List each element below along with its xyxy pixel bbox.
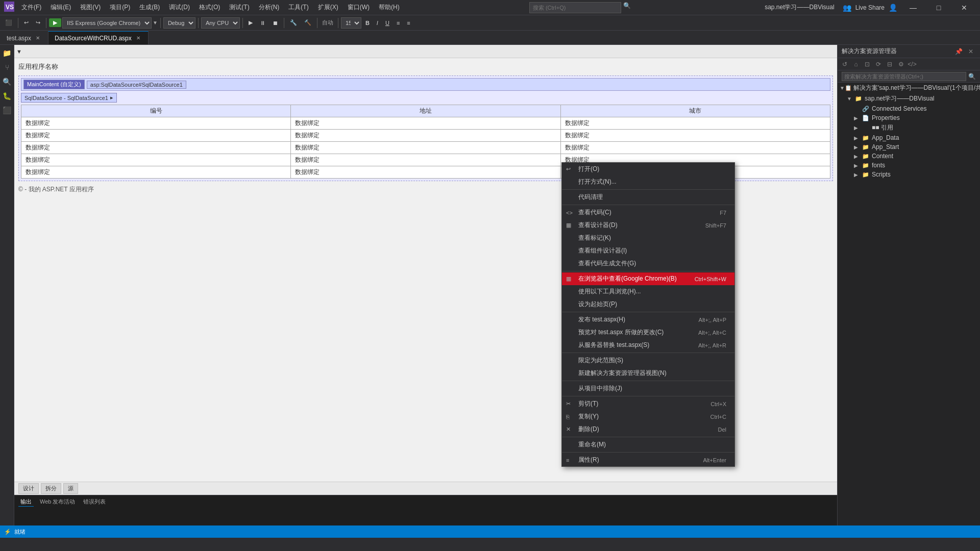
context-menu-item[interactable]: 从服务器替换 test.aspx(S) Alt+;, Alt+R [562,339,734,352]
context-menu-item[interactable]: ✕ 删除(D) Del [562,423,734,436]
search-input[interactable] [529,2,621,13]
context-menu-item[interactable]: 查看标记(K) [562,232,734,244]
output-tab-errors[interactable]: 错误列表 [81,497,108,507]
menu-help[interactable]: 帮助(H) [375,2,404,13]
tab-test-aspx-close[interactable]: ✕ [34,35,41,41]
menu-build[interactable]: 生成(B) [135,2,164,13]
menu-extensions[interactable]: 扩展(X) [314,2,342,13]
output-tab-web[interactable]: Web 发布活动 [38,497,77,507]
se-tree-item[interactable]: 🔗 Connected Services [838,104,980,113]
tab-datasource[interactable]: DataSourceWithCRUD.aspx ✕ [48,31,149,44]
context-menu-item[interactable]: 从项目中排除(J) [562,382,734,395]
context-menu-item[interactable]: ✂ 剪切(T) Ctrl+X [562,397,734,410]
context-menu-item[interactable]: ↩ 打开(O) [562,163,734,176]
context-menu-item[interactable]: 预览对 test.aspx 所做的更改(C) Alt+;, Alt+C [562,326,734,339]
tab-test-aspx[interactable]: test.aspx ✕ [0,31,48,44]
se-home-btn[interactable]: ⌂ [851,59,861,69]
se-collapse-btn[interactable]: ⊟ [885,59,895,69]
context-menu-item[interactable]: 查看代码生成文件(G) [562,257,734,270]
align-center-btn[interactable]: ≡ [404,19,413,27]
se-tree-item[interactable]: ▶ 📁 Scripts [838,170,980,179]
activity-search[interactable]: 🔍 [1,76,13,88]
undo-btn[interactable]: ↩ [21,18,32,27]
activity-git[interactable]: ⑂ [1,61,13,73]
menu-test[interactable]: 测试(T) [225,2,253,13]
tag-main-content[interactable]: MainContent (自定义) [23,80,85,89]
activity-solution-explorer[interactable]: 📁 [1,47,13,59]
italic-btn[interactable]: I [374,19,381,27]
tag-sqldatasource[interactable]: asp:SqlDataSource#SqlDataSource1 [87,81,186,89]
activity-extensions[interactable]: ⬛ [1,104,13,116]
cpu-dropdown[interactable]: Any CPU [201,17,240,29]
font-size-dropdown[interactable]: 15 [341,17,361,29]
activity-debug[interactable]: 🐛 [1,90,13,102]
context-menu-item[interactable]: 重命名(M) [562,438,734,451]
context-menu-item[interactable]: 使用以下工具浏览(H)... [562,285,734,298]
title-bar: VS 文件(F) 编辑(E) 视图(V) 项目(P) 生成(B) 调试(D) 格… [0,0,980,15]
sqldatasource-arrow: ▸ [110,94,113,101]
context-menu-item[interactable]: 发布 test.aspx(H) Alt+;, Alt+P [562,313,734,326]
se-tree-item[interactable]: ▶ 📁 Content [838,152,980,161]
context-menu-item[interactable]: 设为起始页(P) [562,298,734,311]
se-tree-item[interactable]: ▶ 📁 App_Data [838,133,980,142]
context-menu-item[interactable]: 查看组件设计器(I) [562,244,734,257]
se-tree-item[interactable]: ▶ 📁 App_Start [838,142,980,152]
close-button[interactable]: ✕ [952,0,976,15]
tab-datasource-close[interactable]: ✕ [135,35,142,41]
align-left-btn[interactable]: ≡ [394,19,403,27]
se-close-btn[interactable]: ✕ [966,46,976,57]
output-tab-output[interactable]: 输出 [18,497,34,507]
context-menu-item[interactable]: <> 查看代码(C) F7 [562,206,734,219]
minimize-button[interactable]: — [901,0,925,15]
tab-split[interactable]: 拆分 [41,483,61,494]
se-settings-btn[interactable]: ⚙ [896,59,906,69]
menu-analyze[interactable]: 分析(N) [255,2,284,13]
menu-format[interactable]: 格式(O) [195,2,224,13]
maximize-button[interactable]: □ [927,0,950,15]
se-item-label: Properties [872,114,900,121]
context-menu-item[interactable]: 代码清理 [562,191,734,204]
debug-dropdown[interactable]: Debug [163,17,195,29]
new-project-btn[interactable]: ⬛ [2,18,15,27]
se-more-btn[interactable]: </> [907,59,917,69]
menu-file[interactable]: 文件(F) [17,2,45,13]
underline-btn[interactable]: U [382,19,393,27]
menu-debug[interactable]: 调试(D) [165,2,194,13]
se-tree-item[interactable]: ▼ 📋 解决方案'sap.net学习——DBVisual'(1个项目/共1个项目… [838,83,980,93]
se-tree-item[interactable]: ▶ 📁 fonts [838,161,980,170]
se-tree-item[interactable]: ▼ 📁 sap.net学习——DBVisual [838,93,980,104]
play-btn[interactable]: ▶ [246,18,256,27]
tab-design[interactable]: 设计 [18,483,39,494]
stop-btn[interactable]: ⏹ [270,19,281,27]
context-menu-item[interactable]: ≡ 属性(R) Alt+Enter [562,454,734,466]
context-menu-item[interactable]: ▦ 查看设计器(D) Shift+F7 [562,219,734,232]
menu-project[interactable]: 项目(P) [106,2,134,13]
se-filter-btn[interactable]: ⊡ [862,59,872,69]
se-tree-item[interactable]: ▶ 📄 Properties [838,113,980,122]
se-pin-btn[interactable]: 📌 [953,46,964,57]
se-refresh-btn[interactable]: ⟳ [873,59,884,69]
se-tree-item[interactable]: ▶ ■■ 引用 [838,122,980,133]
context-menu-item[interactable]: ⎘ 复制(Y) Ctrl+C [562,410,734,423]
context-menu-item[interactable]: 新建解决方案资源管理器视图(N) [562,367,734,380]
iis-dropdown[interactable]: IIS Express (Google Chrome) [62,17,152,29]
menu-window[interactable]: 窗口(W) [344,2,374,13]
redo-btn[interactable]: ↪ [33,18,43,27]
se-search-input[interactable] [842,72,966,81]
context-menu-item[interactable]: 限定为此范围(S) [562,354,734,367]
se-sync-btn[interactable]: ↺ [840,59,850,69]
toolbar-icon2[interactable]: 🔨 [301,18,314,27]
run-btn[interactable]: ▶ [49,18,61,27]
menu-tools[interactable]: 工具(T) [284,2,312,13]
account-icon[interactable]: 👤 [889,4,897,12]
bold-btn[interactable]: B [362,19,373,27]
pause-btn[interactable]: ⏸ [257,19,268,27]
live-share-label[interactable]: Live Share [855,4,885,11]
toolbar-icon1[interactable]: 🔧 [287,18,300,27]
tab-source[interactable]: 源 [63,483,78,494]
menu-view[interactable]: 视图(V) [76,2,105,13]
sqldatasource-bar[interactable]: SqlDataSource - SqlDataSource1 ▸ [21,93,117,103]
context-menu-item[interactable]: 打开方式(N)... [562,176,734,188]
menu-edit[interactable]: 编辑(E) [46,2,75,13]
context-menu-item[interactable]: ▦ 在浏览器中查看(Google Chrome)(B) Ctrl+Shift+W [562,272,734,285]
